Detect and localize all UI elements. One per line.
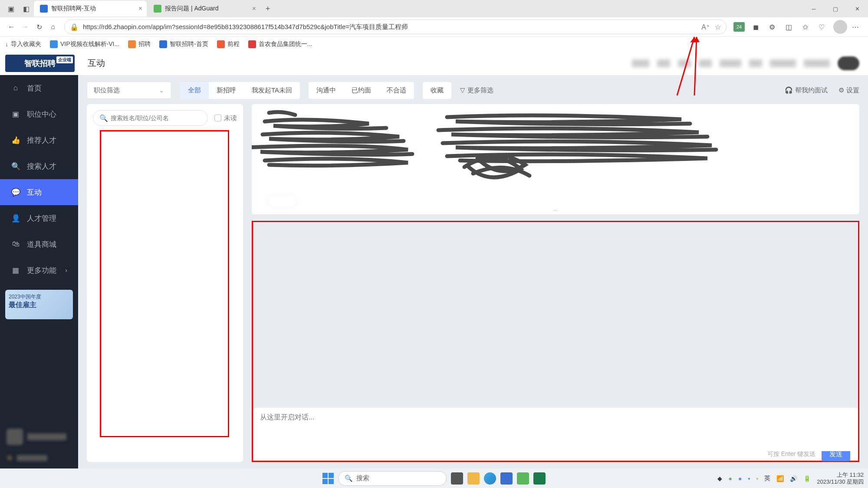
battery-icon[interactable]: 🔋 (803, 475, 811, 482)
collapse-icon[interactable]: ︿ (553, 206, 558, 213)
user-avatar-redacted[interactable] (838, 56, 859, 70)
bookmark-item[interactable]: 首农食品集团统一... (248, 40, 312, 48)
close-icon[interactable]: × (138, 5, 142, 13)
logo[interactable]: 智联招聘 企业端 (5, 55, 75, 72)
home-button[interactable]: ⌂ (46, 20, 60, 34)
chat-messages (253, 222, 858, 408)
chat-area: 可按 Enter 键发送 发送 (252, 221, 859, 462)
tray-icon[interactable]: ▪ (756, 475, 758, 482)
unread-checkbox[interactable]: 未读 (214, 114, 237, 122)
profile-avatar[interactable] (833, 20, 847, 34)
favorites-icon[interactable]: ✩ (799, 21, 811, 33)
tray-icon[interactable]: ● (738, 475, 742, 482)
info-pill-redacted (267, 195, 297, 208)
edge-icon[interactable] (484, 472, 496, 485)
header-link-redacted[interactable] (678, 59, 691, 67)
home-icon: ⌂ (11, 83, 20, 93)
grid-icon: ▦ (11, 265, 20, 275)
extension-icon[interactable]: ⚙ (766, 21, 778, 33)
tab-list-icon[interactable]: ◧ (21, 3, 32, 14)
import-bookmarks[interactable]: ↓导入收藏夹 (5, 40, 41, 48)
sidebar-vip-redacted[interactable]: ♔ (7, 454, 72, 462)
sidebar-item-home[interactable]: ⌂首页 (0, 75, 78, 101)
header-link-redacted[interactable] (749, 59, 762, 67)
maximize-button[interactable]: ▢ (825, 0, 846, 17)
wifi-icon[interactable]: 📶 (776, 475, 784, 482)
sidebar-toggle-icon[interactable]: ◫ (783, 21, 795, 33)
collections-icon[interactable]: ♡ (815, 21, 828, 33)
address-bar[interactable]: 🔒 A⁺ ☆ (64, 20, 727, 34)
excel-icon[interactable] (533, 472, 546, 485)
tab-overview-icon[interactable]: ▣ (6, 3, 16, 14)
tray-icon[interactable]: ◆ (717, 475, 722, 482)
help-interview-link[interactable]: 🎧帮我约面试 (785, 86, 828, 95)
sidebar-banner[interactable]: 2023中国年度 最佳雇主 (5, 290, 73, 319)
adguard-extension-icon[interactable]: 24 (733, 21, 745, 33)
sidebar-user-redacted[interactable] (7, 429, 72, 445)
sidebar-item-chat[interactable]: 💬互动 (0, 179, 78, 205)
sidebar-item-search[interactable]: 🔍搜索人才 (0, 153, 78, 179)
app-icon[interactable] (500, 472, 513, 485)
filter-tab-noreply[interactable]: 我发起TA未回 (244, 82, 300, 99)
conversation-search[interactable]: 🔍 (93, 110, 208, 126)
refresh-button[interactable]: ↻ (32, 20, 46, 34)
extension-icon[interactable]: ◼ (750, 21, 762, 33)
sidebar-item-recommend[interactable]: 👍推荐人才 (0, 127, 78, 153)
search-input[interactable] (111, 115, 201, 121)
settings-link[interactable]: ⚙设置 (838, 86, 859, 95)
sidebar-item-positions[interactable]: ▣职位中心 (0, 101, 78, 127)
task-view-icon[interactable] (451, 472, 463, 485)
windows-start-icon[interactable] (322, 473, 334, 484)
filter-tab-unfit[interactable]: 不合适 (379, 82, 414, 99)
read-aloud-icon[interactable]: A⁺ (701, 23, 710, 31)
sidebar-item-talent[interactable]: 👤人才管理 (0, 205, 78, 231)
taskbar-search[interactable]: 🔍搜索 (338, 471, 447, 486)
header-link-redacted[interactable] (770, 59, 796, 67)
header-link-redacted[interactable] (720, 59, 741, 67)
sidebar-item-more[interactable]: ▦更多功能› (0, 257, 78, 283)
conversation-list-panel: 🔍 未读 (87, 104, 243, 462)
close-window-button[interactable]: ✕ (846, 0, 868, 17)
explorer-icon[interactable] (467, 472, 480, 485)
minimize-button[interactable]: ─ (803, 0, 825, 17)
header-link-redacted[interactable] (699, 59, 712, 67)
back-button[interactable]: ← (4, 20, 18, 34)
filter-tab-favorite[interactable]: 收藏 (423, 82, 451, 99)
more-filters-link[interactable]: ▽更多筛选 (460, 86, 493, 95)
candidate-info-card: ︿ (252, 104, 859, 214)
filter-tab-scheduled[interactable]: 已约面 (344, 82, 379, 99)
bookmark-item[interactable]: 前程 (217, 40, 240, 48)
volume-icon[interactable]: 🔊 (790, 475, 797, 482)
header-link-redacted[interactable] (657, 59, 670, 67)
filter-tab-all[interactable]: 全部 (180, 82, 209, 99)
browser-tab-active[interactable]: 智联招聘网-互动 × (34, 1, 147, 16)
chat-input-area[interactable] (253, 408, 858, 451)
forward-button[interactable]: → (18, 20, 32, 34)
menu-icon[interactable]: ⋯ (849, 21, 861, 33)
redaction-scribble (252, 104, 764, 214)
tray-icon[interactable]: ● (728, 475, 732, 482)
filter-tab-new[interactable]: 新招呼 (209, 82, 244, 99)
header-link-redacted[interactable] (804, 59, 830, 67)
header-link-redacted[interactable] (632, 59, 649, 67)
filter-tab-talking[interactable]: 沟通中 (309, 82, 344, 99)
new-tab-button[interactable]: + (261, 2, 274, 15)
tray-icon[interactable]: ▪ (748, 475, 750, 482)
url-input[interactable] (83, 23, 701, 31)
tab-title: 报告问题 | AdGuard (165, 5, 218, 13)
position-filter-select[interactable]: 职位筛选⌄ (87, 82, 171, 99)
ime-indicator[interactable]: 英 (764, 475, 770, 482)
chevron-down-icon: ⌄ (159, 86, 164, 94)
bookmark-item[interactable]: 招聘 (128, 40, 151, 48)
browser-tab[interactable]: 报告问题 | AdGuard × (148, 1, 260, 16)
favorite-star-icon[interactable]: ☆ (715, 23, 721, 31)
wechat-icon[interactable] (517, 472, 529, 485)
nav-bar: ← → ↻ ⌂ 🔒 A⁺ ☆ 24 ◼ ⚙ ◫ ✩ ♡ ⋯ (0, 17, 868, 36)
sidebar-item-shop[interactable]: 🛍道具商城 (0, 231, 78, 257)
chat-input[interactable] (260, 413, 851, 429)
taskbar-clock[interactable]: 上午 11:32 2023/11/30 星期四 (817, 472, 864, 485)
sidebar: ⌂首页 ▣职位中心 👍推荐人才 🔍搜索人才 💬互动 👤人才管理 🛍道具商城 ▦更… (0, 75, 78, 468)
close-icon[interactable]: × (252, 5, 256, 13)
bookmark-item[interactable]: 智联招聘-首页 (159, 40, 208, 48)
bookmark-item[interactable]: VIP视频在线解析-VI... (50, 40, 119, 48)
